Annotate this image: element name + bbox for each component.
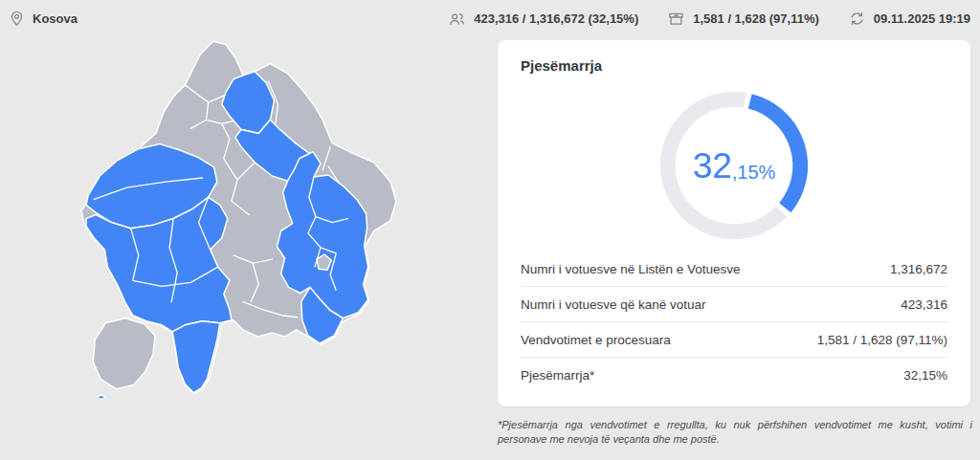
row-value: 423,316 (901, 297, 947, 312)
row-label: Numri i votuesve në Listën e Votuesve (521, 262, 741, 276)
voters-icon (448, 10, 466, 28)
table-row: Numri i votuesve që kanë votuar 423,316 (521, 287, 947, 322)
donut-svg (654, 85, 814, 246)
map-fragment-southwest[interactable] (92, 395, 109, 398)
map-svg (78, 34, 400, 398)
map-region-gray-southwest[interactable] (93, 318, 155, 389)
stat-last-updated-value: 09.11.2025 19:19 (874, 11, 970, 26)
card-title: Pjesëmarrja (521, 57, 947, 74)
stat-polling-stations-value: 1,581 / 1,628 (97,11%) (693, 11, 819, 26)
top-bar: Kosova 423,316 / 1,316,672 (32,15%) 1,58… (0, 0, 980, 36)
row-value: 1,581 / 1,628 (97,11%) (817, 333, 947, 347)
stat-polling-stations: 1,581 / 1,628 (97,11%) (667, 10, 819, 28)
row-label: Pjesëmarrja* (521, 368, 594, 383)
participation-card: Pjesëmarrja 32 ,15% Numri i votuesve në … (498, 40, 970, 406)
location-selector[interactable]: Kosova (8, 10, 78, 28)
participation-donut-chart: 32 ,15% (654, 85, 814, 246)
ballot-box-icon (667, 10, 685, 28)
row-label: Vendvotimet e procesuara (521, 333, 671, 347)
summary-stats: 423,316 / 1,316,672 (32,15%) 1,581 / 1,6… (448, 10, 972, 28)
refresh-icon[interactable] (848, 10, 866, 28)
row-label: Numri i votuesve që kanë votuar (521, 297, 706, 312)
table-row: Numri i votuesve në Listën e Votuesve 1,… (521, 252, 947, 287)
stat-last-updated: 09.11.2025 19:19 (848, 10, 970, 28)
donut-value-arc (750, 101, 801, 208)
row-value: 1,316,672 (890, 262, 947, 276)
location-pin-icon (8, 10, 26, 28)
kosovo-municipalities-map[interactable] (78, 34, 400, 398)
stat-voters-value: 423,316 / 1,316,672 (32,15%) (474, 11, 638, 26)
row-value: 32,15% (903, 368, 947, 383)
participation-footnote: *Pjesëmarrja nga vendvotimet e rregullta… (498, 418, 972, 447)
participation-table: Numri i votuesve në Listën e Votuesve 1,… (521, 252, 947, 392)
table-row: Pjesëmarrja* 32,15% (521, 358, 947, 392)
map-region-dragash[interactable] (172, 321, 220, 393)
stat-voters: 423,316 / 1,316,672 (32,15%) (448, 10, 638, 28)
table-row: Vendvotimet e procesuara 1,581 / 1,628 (… (521, 322, 947, 358)
location-label: Kosova (33, 11, 78, 26)
